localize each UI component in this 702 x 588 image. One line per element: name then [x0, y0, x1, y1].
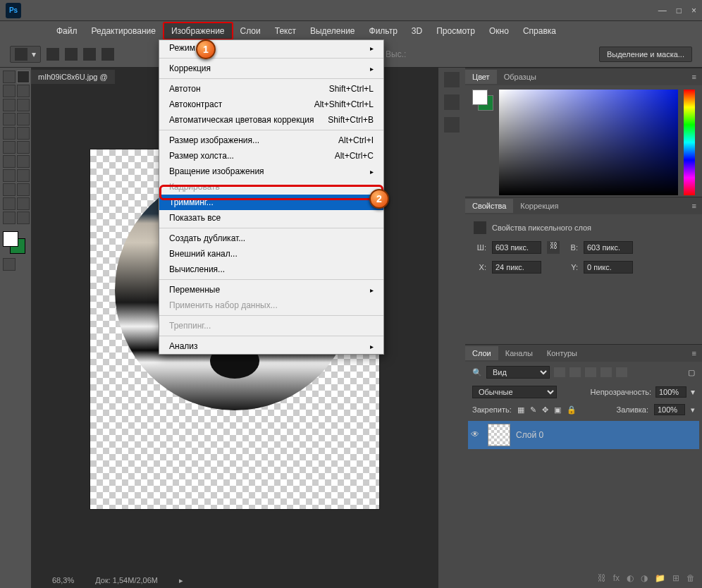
- color-swatch[interactable]: [3, 231, 25, 254]
- maximize-icon[interactable]: □: [677, 6, 682, 16]
- opt-int-sel-icon[interactable]: [101, 48, 114, 61]
- tab-layers[interactable]: Слои: [465, 346, 498, 360]
- wand-tool[interactable]: [17, 85, 30, 97]
- move-tool[interactable]: [3, 71, 16, 83]
- delete-icon[interactable]: 🗑: [686, 573, 695, 583]
- layer-item[interactable]: 👁 Слой 0: [468, 421, 699, 449]
- select-and-mask-button[interactable]: Выделение и маска...: [599, 47, 692, 62]
- group-icon[interactable]: 📁: [655, 573, 665, 583]
- color-field[interactable]: [499, 90, 678, 195]
- tab-color[interactable]: Цвет: [465, 70, 497, 84]
- opt-sub-sel-icon[interactable]: [83, 48, 96, 61]
- path-sel-tool[interactable]: [17, 183, 30, 196]
- menu-image[interactable]: Изображение: [163, 22, 233, 40]
- tab-properties[interactable]: Свойства: [465, 199, 513, 213]
- menu-select[interactable]: Выделение: [303, 23, 362, 39]
- search-icon[interactable]: 🔍: [472, 368, 482, 377]
- menuitem-размер-изображения-[interactable]: Размер изображения...Alt+Ctrl+I: [159, 133, 383, 148]
- menu-type[interactable]: Текст: [268, 23, 303, 39]
- status-chevron-icon[interactable]: ▸: [179, 576, 183, 585]
- filter-toggle-icon[interactable]: ▢: [688, 368, 695, 377]
- menuitem-вычисления-[interactable]: Вычисления...: [159, 262, 383, 277]
- opt-marquee-type[interactable]: ▾: [10, 46, 41, 63]
- fill-input[interactable]: [654, 404, 685, 415]
- filter-shape-icon[interactable]: [601, 367, 612, 377]
- layer-name[interactable]: Слой 0: [516, 430, 543, 440]
- link-layers-icon[interactable]: ⛓: [598, 573, 606, 583]
- gradient-tool[interactable]: [3, 155, 16, 168]
- heal-tool[interactable]: [17, 113, 30, 125]
- menuitem-автотон[interactable]: АвтотонShift+Ctrl+L: [159, 81, 383, 97]
- tab-adjustments[interactable]: Коррекция: [513, 199, 565, 213]
- menuitem-тримминг-[interactable]: Тримминг...: [159, 195, 383, 210]
- blend-mode-select[interactable]: Обычные: [472, 386, 557, 398]
- tab-swatches[interactable]: Образцы: [497, 70, 543, 84]
- x-input[interactable]: [492, 261, 541, 274]
- zoom-value[interactable]: 68,3%: [52, 576, 74, 584]
- panel-icon-1[interactable]: [444, 72, 460, 87]
- lasso-tool[interactable]: [3, 85, 16, 97]
- menu-file[interactable]: Файл: [49, 23, 85, 39]
- tab-paths[interactable]: Контуры: [540, 346, 584, 360]
- eraser-tool[interactable]: [17, 141, 30, 154]
- menuitem-показать-все[interactable]: Показать все: [159, 210, 383, 226]
- frame-tool[interactable]: [17, 99, 30, 111]
- panel-menu-icon[interactable]: ≡: [685, 70, 702, 84]
- panel-icon-2[interactable]: [444, 94, 460, 110]
- menuitem-режим[interactable]: Режим: [159, 40, 383, 56]
- visibility-icon[interactable]: 👁: [471, 429, 482, 441]
- blur-tool[interactable]: [17, 155, 30, 168]
- type-tool[interactable]: [3, 183, 16, 196]
- close-icon[interactable]: ×: [691, 6, 696, 16]
- pen-tool[interactable]: [17, 169, 30, 182]
- y-input[interactable]: [584, 261, 633, 274]
- lock-pos-icon[interactable]: ✥: [542, 405, 548, 415]
- lock-pixels-icon[interactable]: ✎: [530, 405, 536, 415]
- stamp-tool[interactable]: [17, 127, 30, 140]
- hand-tool[interactable]: [17, 197, 30, 210]
- menuitem-автоматическая-цветовая-коррекция[interactable]: Автоматическая цветовая коррекцияShift+C…: [159, 112, 383, 128]
- crop-tool[interactable]: [3, 99, 16, 111]
- panel-icon-3[interactable]: [444, 117, 460, 133]
- quickmask-tool[interactable]: [3, 258, 16, 271]
- layer-kind-select[interactable]: Вид: [486, 366, 550, 379]
- tab-channels[interactable]: Каналы: [498, 346, 540, 360]
- doc-tab[interactable]: mIh09iC8x6U.jpg @: [31, 70, 115, 84]
- eyedropper-tool[interactable]: [3, 113, 16, 125]
- marquee-tool[interactable]: [17, 71, 30, 83]
- brush-tool[interactable]: [3, 127, 16, 140]
- edit-toolbar[interactable]: [17, 212, 30, 224]
- opt-add-sel-icon[interactable]: [65, 48, 78, 61]
- panel-color-swatch[interactable]: [472, 90, 493, 111]
- fg-color[interactable]: [3, 231, 18, 247]
- shape-tool[interactable]: [3, 197, 16, 210]
- menuitem-автоконтраст[interactable]: АвтоконтрастAlt+Shift+Ctrl+L: [159, 97, 383, 112]
- menuitem-внешний-канал-[interactable]: Внешний канал...: [159, 246, 383, 262]
- menuitem-переменные[interactable]: Переменные: [159, 282, 383, 298]
- history-brush-tool[interactable]: [3, 141, 16, 154]
- lock-trans-icon[interactable]: ▦: [517, 405, 524, 415]
- filter-adjust-icon[interactable]: [569, 367, 581, 377]
- filter-smart-icon[interactable]: [616, 367, 627, 377]
- menu-help[interactable]: Справка: [516, 23, 563, 39]
- filter-pixel-icon[interactable]: [554, 367, 565, 377]
- height-input[interactable]: [584, 241, 633, 254]
- menuitem-коррекция[interactable]: Коррекция: [159, 61, 383, 76]
- new-layer-icon[interactable]: ⊞: [672, 573, 679, 583]
- panel-menu-icon[interactable]: ≡: [685, 199, 702, 213]
- menu-edit[interactable]: Редактирование: [85, 23, 163, 39]
- menu-3d[interactable]: 3D: [405, 23, 429, 39]
- minimize-icon[interactable]: —: [658, 6, 667, 16]
- link-wh-icon[interactable]: ⛓: [547, 241, 560, 254]
- opacity-input[interactable]: [655, 386, 686, 398]
- filter-type-icon[interactable]: [585, 367, 596, 377]
- menu-layers[interactable]: Слои: [233, 23, 268, 39]
- lock-all-icon[interactable]: 🔒: [567, 405, 577, 415]
- layer-thumbnail[interactable]: [488, 424, 510, 446]
- fx-icon[interactable]: fx: [613, 573, 620, 583]
- dodge-tool[interactable]: [3, 169, 16, 182]
- menu-window[interactable]: Окно: [482, 23, 516, 39]
- menuitem-вращение-изображения[interactable]: Вращение изображения: [159, 164, 383, 179]
- zoom-tool[interactable]: [3, 212, 16, 224]
- menu-view[interactable]: Просмотр: [429, 23, 482, 39]
